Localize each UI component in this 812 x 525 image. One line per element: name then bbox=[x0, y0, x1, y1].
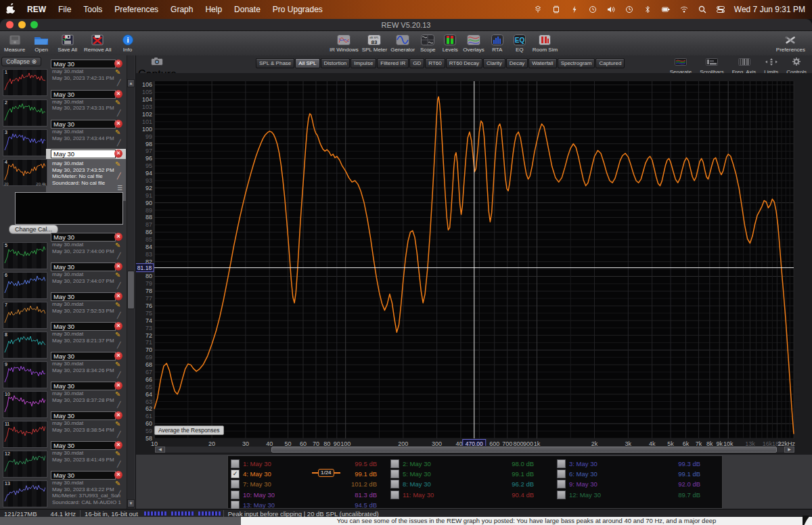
tab-gd[interactable]: GD bbox=[409, 58, 424, 68]
trace-color-icon[interactable]: ╱ bbox=[117, 342, 120, 348]
menu-item-donate[interactable]: Donate bbox=[234, 5, 261, 14]
measurement-entry-3[interactable]: ✕may 30.mdatMay 30, 2023 7:43:44 PM✎╱3 bbox=[0, 119, 126, 149]
smoothing-badge[interactable]: 1/24 bbox=[318, 469, 334, 477]
edit-notes-icon[interactable]: ✎ bbox=[115, 301, 120, 309]
trace-color-icon[interactable]: ╱ bbox=[117, 139, 120, 146]
bluetooth-icon[interactable] bbox=[643, 5, 652, 14]
measurement-entry-1[interactable]: ✕may 30.mdatMay 30, 2023 7:42:31 PM✎╱1 bbox=[0, 59, 126, 89]
delete-measurement-button[interactable]: ✕ bbox=[114, 150, 122, 158]
dropbox-icon[interactable] bbox=[533, 5, 543, 14]
legend-label[interactable]: 9: May 30 bbox=[569, 480, 597, 488]
measurement-name-input[interactable] bbox=[51, 411, 116, 420]
measurement-entry-10[interactable]: ✕may 30.mdatMay 30, 2023 8:37:28 PM✎╱10 bbox=[0, 381, 126, 411]
generator-button[interactable]: Generator bbox=[390, 33, 415, 53]
sidebar-scrollbar-thumb[interactable] bbox=[127, 271, 135, 309]
spl-meter-button[interactable]: dB SPL83SPL Meter bbox=[362, 33, 388, 53]
delete-measurement-button[interactable]: ✕ bbox=[114, 322, 122, 330]
delete-measurement-button[interactable]: ✕ bbox=[114, 471, 122, 479]
measurement-name-input[interactable] bbox=[51, 262, 116, 271]
legend-label[interactable]: 8: May 30 bbox=[403, 480, 431, 488]
bolt-icon[interactable] bbox=[570, 5, 579, 14]
measurement-name-input[interactable] bbox=[51, 352, 116, 361]
spl-chart[interactable]: 5859606162636465666768697071727374757677… bbox=[135, 73, 812, 455]
scroll-right-icon[interactable]: ▶ bbox=[784, 447, 794, 453]
sidebar-scroll-down-icon[interactable]: ▼ bbox=[127, 499, 135, 507]
battery-icon[interactable] bbox=[661, 5, 671, 14]
measurement-entry-9[interactable]: ✕may 30.mdatMay 30, 2023 8:34:26 PM✎╱9 bbox=[0, 351, 126, 381]
menu-item-tools[interactable]: Tools bbox=[83, 5, 102, 14]
trace-color-icon[interactable]: ╱ bbox=[117, 282, 120, 289]
frequency-scrollbar-thumb[interactable] bbox=[271, 447, 777, 453]
trace-color-icon[interactable]: ╱ bbox=[117, 401, 120, 408]
controls-button[interactable]: Controls bbox=[786, 56, 807, 75]
open-button[interactable]: Open bbox=[32, 33, 51, 53]
scrollbars-button[interactable]: Scrollbars bbox=[700, 56, 724, 75]
legend-checkbox[interactable] bbox=[390, 490, 399, 499]
tab-waterfall[interactable]: Waterfall bbox=[528, 58, 556, 68]
delete-measurement-button[interactable]: ✕ bbox=[114, 233, 122, 241]
legend-label[interactable]: 5: May 30 bbox=[403, 470, 431, 478]
trace-color-icon[interactable]: ╱ bbox=[117, 312, 120, 319]
info-button[interactable]: iInfo bbox=[118, 33, 137, 53]
legend-checkbox[interactable] bbox=[390, 470, 399, 478]
menu-item-graph[interactable]: Graph bbox=[171, 5, 193, 14]
measurement-entry-6[interactable]: ✕may 30.mdatMay 30, 2023 7:44:07 PM✎╱6 bbox=[0, 262, 126, 292]
measurement-name-input[interactable] bbox=[51, 322, 116, 331]
clock-icon[interactable] bbox=[625, 5, 634, 14]
measurement-entry-4[interactable]: ✕may 30.mdatMay 30, 2023 7:43:52 PMMic/M… bbox=[0, 149, 126, 225]
control-center-icon[interactable] bbox=[716, 5, 725, 14]
tab-spl-phase[interactable]: SPL & Phase bbox=[256, 58, 294, 68]
legend-checkbox[interactable] bbox=[557, 490, 566, 499]
trace-color-icon[interactable]: ╱ bbox=[117, 461, 120, 467]
tab-filtered-ir[interactable]: Filtered IR bbox=[377, 58, 409, 68]
legend-label[interactable]: 13: May 30 bbox=[243, 501, 275, 509]
edit-notes-icon[interactable]: ✎ bbox=[115, 271, 120, 279]
edit-notes-icon[interactable]: ✎ bbox=[115, 99, 120, 106]
rta-button[interactable]: RTA bbox=[488, 33, 507, 53]
memory-icon[interactable] bbox=[551, 5, 561, 14]
measurement-notes-box[interactable] bbox=[15, 192, 123, 225]
levels-button[interactable]: Levels bbox=[441, 33, 459, 53]
measurement-entry-5[interactable]: ✕may 30.mdatMay 30, 2023 7:44:00 PM✎╱5 bbox=[0, 232, 126, 262]
edit-notes-icon[interactable]: ✎ bbox=[115, 242, 120, 249]
delete-measurement-button[interactable]: ✕ bbox=[114, 262, 122, 271]
trace-color-icon[interactable]: ╱ bbox=[117, 252, 120, 259]
separate-button[interactable]: Separate bbox=[670, 56, 692, 75]
edit-notes-icon[interactable]: ✎ bbox=[115, 450, 120, 457]
wifi-icon[interactable] bbox=[679, 5, 689, 14]
measurement-name-input[interactable] bbox=[51, 292, 116, 301]
eq-button[interactable]: EQEQ bbox=[510, 33, 529, 53]
edit-notes-icon[interactable]: ✎ bbox=[115, 361, 120, 368]
trace-color-icon[interactable]: ╱ bbox=[117, 173, 120, 179]
spotlight-icon[interactable] bbox=[698, 5, 707, 14]
measurement-entry-8[interactable]: ✕may 30.mdatMay 30, 2023 8:21:37 PM✎╱8 bbox=[0, 321, 126, 351]
measurement-entry-12[interactable]: ✕may 30.mdatMay 30, 2023 8:41:49 PM✎╱12 bbox=[0, 440, 126, 470]
menu-item-file[interactable]: File bbox=[58, 5, 71, 14]
tab-captured[interactable]: Captured bbox=[595, 58, 625, 68]
legend-checkbox[interactable] bbox=[231, 490, 240, 499]
measurement-entry-2[interactable]: ✕may 30.mdatMay 30, 2023 7:43:31 PM✎╱2 bbox=[0, 89, 126, 119]
legend-label[interactable]: 4: May 30 bbox=[243, 470, 271, 478]
tab-distortion[interactable]: Distortion bbox=[321, 58, 351, 68]
delete-measurement-button[interactable]: ✕ bbox=[114, 292, 122, 300]
measurement-entry-7[interactable]: ✕may 30.mdatMay 30, 2023 7:52:53 PM✎╱7 bbox=[0, 292, 126, 321]
delete-measurement-button[interactable]: ✕ bbox=[114, 120, 122, 128]
trace-color-icon[interactable]: ╱ bbox=[117, 431, 120, 438]
menu-item-pro-upgrades[interactable]: Pro Upgrades bbox=[273, 5, 323, 14]
measurement-name-input[interactable] bbox=[51, 441, 116, 450]
measurement-entry-11[interactable]: ✕may 30.mdatMay 30, 2023 8:38:54 PM✎╱11 bbox=[0, 411, 126, 440]
legend-checkbox[interactable] bbox=[390, 459, 399, 468]
legend-checkbox[interactable] bbox=[557, 470, 566, 478]
menu-item-rew[interactable]: REW bbox=[27, 5, 46, 14]
volume-icon[interactable] bbox=[606, 5, 616, 14]
delete-measurement-button[interactable]: ✕ bbox=[114, 60, 122, 68]
measurement-thumbnail[interactable]: 13 bbox=[3, 480, 47, 507]
menu-item-help[interactable]: Help bbox=[205, 5, 222, 14]
measurement-name-input[interactable] bbox=[51, 150, 116, 158]
tab-impulse[interactable]: Impulse bbox=[351, 58, 376, 68]
measurement-name-input[interactable] bbox=[51, 382, 116, 390]
ir-windows-button[interactable]: IR Windows bbox=[330, 33, 359, 53]
legend-label[interactable]: 3: May 30 bbox=[569, 460, 597, 467]
measure-button[interactable]: Measure bbox=[4, 33, 25, 53]
remove-all-button[interactable]: Remove All bbox=[84, 33, 111, 53]
